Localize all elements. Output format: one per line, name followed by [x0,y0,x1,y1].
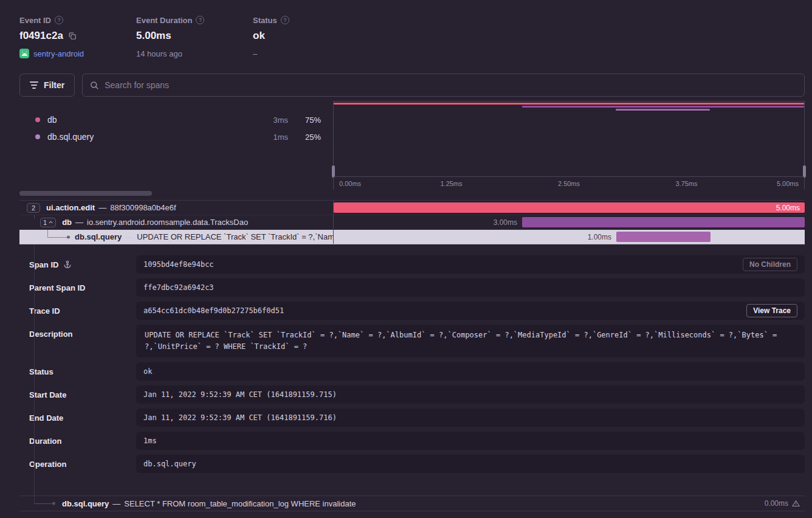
operation-percent: 75% [298,116,321,125]
help-icon[interactable]: ? [281,16,289,24]
span-duration-label: 1.00ms [588,233,616,241]
horizontal-scrollbar[interactable] [19,191,152,196]
start-date-label: Start Date [19,385,136,404]
tree-connector [47,230,48,237]
description-value-box: UPDATE OR REPLACE `Track` SET `TrackId` … [136,325,805,357]
span-id-value-box: 1095bd4ef8e94bcc No Children [136,255,805,274]
axis-tick: 5.00ms [777,180,799,187]
detail-row-span-id: Span ID 1095bd4ef8e94bcc No Children [19,255,805,274]
axis-tick: 1.25ms [440,180,462,187]
copy-icon[interactable] [68,32,77,40]
label-text: Status [29,367,53,376]
operation-duration: 1ms [260,133,288,142]
operations-legend: db 3ms 75% db.sql.query 1ms 25% [19,101,333,200]
minimap-span-line [616,109,710,111]
span-detail-section: Span ID 1095bd4ef8e94bcc No Children [19,244,805,511]
no-children-button[interactable]: No Children [743,258,797,271]
label-text: Description [29,330,73,339]
detail-row-start-date: Start Date Jan 11, 2022 9:52:39 AM CET (… [19,385,805,404]
viewport-drag-handle-left[interactable] [332,165,335,178]
separator: — [98,203,106,212]
operation-value-box: db.sql.query [136,455,805,473]
span-duration-bar[interactable] [334,202,805,213]
separator: — [75,218,83,227]
minimap-chart: 0.00ms 1.25ms 2.50ms 3.75ms 5.00ms [333,101,805,190]
chevron-up-icon [49,221,53,224]
span-operation: db [62,218,72,227]
span-row-db[interactable]: 1 db — io.sentry.android.roomsample.data… [19,215,805,230]
minimap-canvas[interactable] [334,102,804,176]
span-children-badge[interactable]: 2 [27,203,40,213]
span-minimap: db 3ms 75% db.sql.query 1ms 25% 0.00ms [19,101,805,201]
span-row-ui-action-edit[interactable]: 2 ui.action.edit — 88f300998a0b4e6f 5.00… [19,201,805,215]
event-duration-block: Event Duration ? 5.00ms 14 hours ago [136,16,253,58]
trace-id-value: a654cc61dc0b48ef9d0b27275b6f0d51 [143,306,284,315]
parent-span-id-label: Parent Span ID [19,278,136,297]
detail-row-trace-id: Trace ID a654cc61dc0b48ef9d0b27275b6f0d5… [19,302,805,320]
tree-guide-line [34,244,35,503]
axis-tick: 0.00ms [339,180,361,187]
end-date-value: Jan 11, 2022 9:52:39 AM CET (1641891159.… [143,413,337,422]
viewport-drag-handle-right[interactable] [803,165,806,178]
operation-duration: 3ms [260,116,288,125]
span-duration-label: 0.00ms [765,499,788,508]
search-input[interactable] [105,80,797,90]
axis-tick: 3.75ms [675,180,697,187]
operation-value: db.sql.query [143,460,196,468]
filter-button-label: Filter [44,80,64,90]
detail-row-status: Status ok [19,362,805,381]
event-time-ago: 14 hours ago [136,49,182,58]
start-date-value-box: Jan 11, 2022 9:52:39 AM CET (1641891159.… [136,385,805,404]
tree-connector-dot [52,502,55,505]
filter-button[interactable]: Filter [19,74,75,97]
android-platform-icon [19,49,29,58]
span-detail-panel: Span ID 1095bd4ef8e94bcc No Children [19,244,805,473]
minimap-span-line [522,106,804,108]
operation-percent: 25% [298,133,321,142]
label-text: Parent Span ID [29,283,85,292]
span-row-db-sql-query-select[interactable]: db.sql.query — SELECT * FROM room_table_… [19,496,805,511]
span-collapse-badge[interactable]: 1 [40,218,56,227]
detail-row-parent-span-id: Parent Span ID ffe7dbc92a6942c3 [19,278,805,297]
anchor-icon[interactable] [63,260,72,269]
event-id-label: Event ID [19,16,51,25]
project-link[interactable]: sentry-android [33,49,84,58]
tree-connector [47,237,67,238]
label-text: Start Date [29,390,66,399]
end-date-value-box: Jan 11, 2022 9:52:39 AM CET (1641891159.… [136,409,805,427]
parent-span-id-value-box: ffe7dbc92a6942c3 [136,278,805,297]
detail-row-operation: Operation db.sql.query [19,455,805,473]
help-icon[interactable]: ? [55,16,63,24]
span-description: SELECT * FROM room_table_modification_lo… [124,499,356,508]
duration-label: Duration [19,432,136,450]
view-trace-button[interactable]: View Trace [746,304,797,317]
span-row-info: 1 db — io.sentry.android.roomsample.data… [19,215,333,229]
status-value-box: ok [136,362,805,381]
span-bar-area: 1.00ms [333,230,805,244]
status-value: ok [143,367,152,376]
minimap-span-line [334,103,804,105]
event-status-sub: – [253,49,257,58]
start-date-value: Jan 11, 2022 9:52:39 AM CET (1641891159.… [143,390,337,399]
spans-toolbar: Filter [19,74,805,97]
event-duration-value: 5.00ms [136,30,171,42]
duration-value-box: 1ms [136,432,805,450]
span-duration-bar[interactable] [522,217,805,227]
search-icon [90,81,99,90]
span-row-info: db.sql.query — UPDATE OR REPLACE `Track`… [19,230,333,244]
span-bar-area: 3.00ms [333,215,805,229]
span-id-label: Span ID [19,255,136,274]
children-count: 1 [43,219,47,226]
span-row-db-sql-query-selected[interactable]: db.sql.query — UPDATE OR REPLACE `Track`… [19,230,805,244]
event-status-label: Status [253,16,277,25]
span-operation: db.sql.query [75,232,122,241]
span-duration-bar[interactable] [616,232,710,242]
trace-id-label: Trace ID [19,302,136,320]
tree-connector-dot [67,235,70,238]
span-description: 88f300998a0b4e6f [110,203,176,212]
operation-label: Operation [19,455,136,473]
span-waterfall: 2 ui.action.edit — 88f300998a0b4e6f 5.00… [19,201,805,244]
duration-value: 1ms [143,437,157,445]
help-icon[interactable]: ? [196,16,204,24]
operation-name: db [47,115,260,125]
